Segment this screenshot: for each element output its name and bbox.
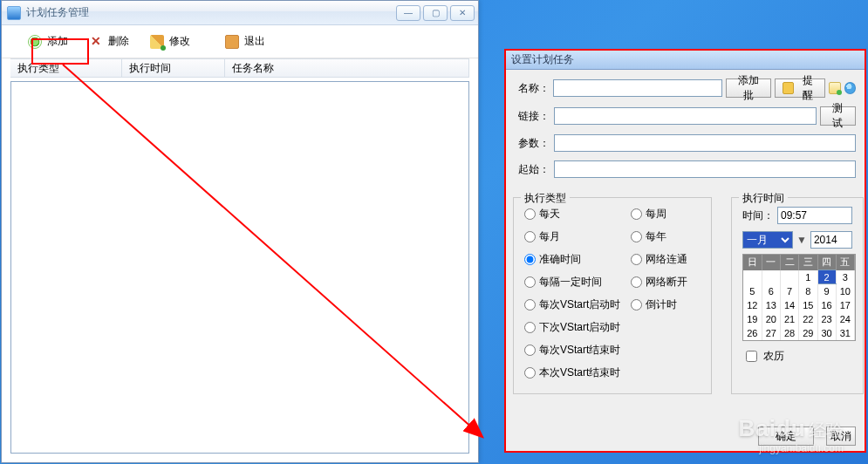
year-input[interactable] xyxy=(810,231,852,249)
toolbar: 添加 ✕ 删除 修改 退出 xyxy=(2,25,478,58)
name-label: 名称： xyxy=(518,81,550,96)
exec-radio-item[interactable]: 每次VStart结束时 xyxy=(524,343,631,358)
calendar-day[interactable]: 13 xyxy=(762,298,780,312)
grid-body[interactable] xyxy=(10,81,469,454)
close-button[interactable]: ✕ xyxy=(450,5,475,21)
calendar-day[interactable]: 27 xyxy=(762,326,780,340)
calendar-day[interactable]: 19 xyxy=(743,312,762,326)
folder-add-icon[interactable] xyxy=(829,82,840,94)
window-controls: — ▢ ✕ xyxy=(396,5,475,21)
col-exec-type[interactable]: 执行类型 xyxy=(10,59,122,77)
minimize-button[interactable]: — xyxy=(396,5,420,21)
exec-radio-item[interactable]: 下次VStart启动时 xyxy=(524,320,631,335)
exec-radio[interactable] xyxy=(524,345,536,356)
calendar-day[interactable]: 15 xyxy=(799,298,817,312)
calendar-day[interactable]: 1 xyxy=(799,270,817,284)
exec-radio[interactable] xyxy=(631,208,642,220)
set-task-dialog: 设置计划任务 名称： 添加批 提醒 链接： 测试 参数： 起始： 执行类型 每 xyxy=(504,49,866,453)
calendar-day[interactable]: 6 xyxy=(762,284,780,298)
calendar-day[interactable]: 23 xyxy=(817,312,836,326)
calendar-day[interactable]: 7 xyxy=(781,284,799,298)
calendar-day[interactable]: 14 xyxy=(781,298,799,312)
calendar-day[interactable] xyxy=(743,270,762,284)
add-icon xyxy=(28,35,42,49)
exec-radio[interactable] xyxy=(524,322,536,333)
calendar-day[interactable]: 16 xyxy=(817,298,836,312)
exec-radio[interactable] xyxy=(524,367,536,379)
exec-radio-item[interactable]: 网络连通 xyxy=(631,252,687,267)
exec-radio-item[interactable]: 每天 xyxy=(524,207,631,222)
bell-icon xyxy=(783,82,794,94)
calendar-day[interactable]: 3 xyxy=(836,270,854,284)
delete-button[interactable]: ✕ 删除 xyxy=(80,31,138,52)
calendar-day[interactable]: 17 xyxy=(836,298,854,312)
exec-radio-item[interactable]: 准确时间 xyxy=(524,252,631,267)
start-input[interactable] xyxy=(554,160,856,178)
exec-radio[interactable] xyxy=(631,276,642,288)
add-batch-button[interactable]: 添加批 xyxy=(726,78,771,98)
col-exec-time[interactable]: 执行时间 xyxy=(122,59,225,77)
app-icon xyxy=(7,6,21,20)
edit-icon xyxy=(150,35,164,49)
lunar-checkbox[interactable] xyxy=(746,351,757,362)
calendar-day[interactable]: 26 xyxy=(743,326,762,340)
calendar-day[interactable]: 28 xyxy=(781,326,799,340)
calendar[interactable]: 日一二三四五 123567891012131415161719202122232… xyxy=(742,254,856,341)
titlebar: 计划任务管理 — ▢ ✕ xyxy=(2,1,478,25)
delete-icon: ✕ xyxy=(89,35,103,49)
calendar-day[interactable] xyxy=(781,270,799,284)
globe-icon[interactable] xyxy=(844,82,856,94)
delete-label: 删除 xyxy=(108,34,129,49)
calendar-day[interactable]: 10 xyxy=(836,284,854,298)
col-task-name[interactable]: 任务名称 xyxy=(225,59,469,77)
exec-radio-item[interactable]: 每周 xyxy=(631,207,687,222)
window-title: 计划任务管理 xyxy=(26,5,396,20)
exec-radio[interactable] xyxy=(524,254,536,265)
calendar-day[interactable]: 24 xyxy=(836,312,854,326)
exec-radio-item[interactable]: 每月 xyxy=(524,229,631,244)
params-label: 参数： xyxy=(518,136,550,151)
exec-radio-item[interactable]: 每次VStart启动时 xyxy=(524,297,631,312)
exec-radio-item[interactable]: 每隔一定时间 xyxy=(524,275,631,290)
exec-radio[interactable] xyxy=(524,208,536,220)
groups-row: 执行类型 每天每月准确时间每隔一定时间每次VStart启动时下次VStart启动… xyxy=(506,192,865,394)
watermark: Baidu 经验 jingyan.baidu.com xyxy=(738,414,844,456)
calendar-day[interactable]: 22 xyxy=(799,312,817,326)
exec-radio[interactable] xyxy=(631,231,642,242)
exec-radio[interactable] xyxy=(524,299,536,310)
calendar-day[interactable]: 31 xyxy=(836,326,854,340)
edit-button[interactable]: 修改 xyxy=(141,31,199,52)
link-input[interactable] xyxy=(554,107,817,125)
exec-radio-item[interactable]: 倒计时 xyxy=(631,297,687,312)
remind-button[interactable]: 提醒 xyxy=(775,78,825,98)
calendar-day[interactable]: 29 xyxy=(799,326,817,340)
exec-radio[interactable] xyxy=(631,254,642,265)
calendar-day[interactable]: 5 xyxy=(743,284,762,298)
exec-radio[interactable] xyxy=(524,276,536,288)
calendar-day[interactable] xyxy=(762,270,780,284)
add-button[interactable]: 添加 xyxy=(19,31,77,52)
calendar-day[interactable]: 30 xyxy=(817,326,836,340)
exec-radio-item[interactable]: 网络断开 xyxy=(631,275,687,290)
exec-type-group: 执行类型 每天每月准确时间每隔一定时间每次VStart启动时下次VStart启动… xyxy=(513,197,712,394)
calendar-day[interactable]: 8 xyxy=(799,284,817,298)
exec-radio-col-right: 每周每年网络连通网络断开倒计时 xyxy=(631,207,687,380)
form-area: 名称： 添加批 提醒 链接： 测试 参数： 起始： xyxy=(506,70,865,192)
calendar-day[interactable]: 12 xyxy=(743,298,762,312)
exec-radio-item[interactable]: 每年 xyxy=(631,229,687,244)
maximize-button[interactable]: ▢ xyxy=(423,5,448,21)
exec-time-group: 执行时间 时间： 一月 ▼ 日一二三四五 1235678910121314151… xyxy=(731,197,864,394)
test-button[interactable]: 测试 xyxy=(820,106,856,126)
params-input[interactable] xyxy=(554,134,856,152)
exec-radio-item[interactable]: 本次VStart结束时 xyxy=(524,365,631,380)
time-input[interactable] xyxy=(777,207,852,224)
month-select[interactable]: 一月 xyxy=(742,231,793,249)
calendar-day[interactable]: 21 xyxy=(781,312,799,326)
calendar-day[interactable]: 20 xyxy=(762,312,780,326)
calendar-day[interactable]: 9 xyxy=(817,284,836,298)
exec-radio[interactable] xyxy=(631,299,642,310)
calendar-day[interactable]: 2 xyxy=(817,270,836,284)
exec-radio[interactable] xyxy=(524,231,536,242)
name-input[interactable] xyxy=(553,79,721,97)
exit-button[interactable]: 退出 xyxy=(216,31,274,52)
